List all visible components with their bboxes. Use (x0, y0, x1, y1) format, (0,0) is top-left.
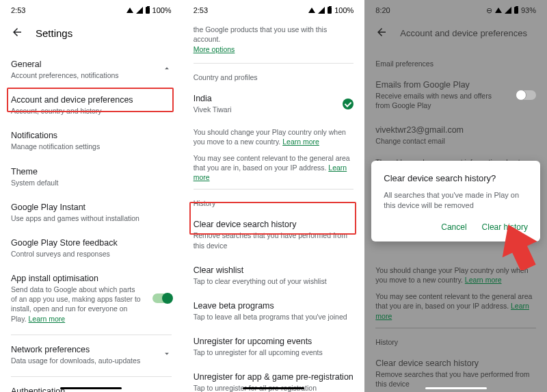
toggle-switch[interactable] (517, 90, 536, 100)
account-desc-text: the Google products that you use with th… (194, 25, 354, 44)
section-history: History (194, 192, 354, 213)
learn-more-link[interactable]: Learn more (465, 276, 502, 284)
header: Account and device preferences (364, 16, 547, 53)
item-title: App install optimisation (11, 274, 141, 283)
item-subtitle: Data usage for downloads, auto-updates (11, 356, 140, 365)
divider (11, 335, 172, 335)
status-time: 2:53 (194, 6, 208, 14)
battery-percent: 100% (334, 6, 353, 14)
status-bar: 2:53 100% (0, 0, 183, 16)
section-country-profiles: Country and profiles (194, 66, 354, 87)
ip-note: You may see content relevant to the gene… (375, 291, 536, 321)
item-subtitle: System default (11, 178, 172, 187)
dnd-icon: ⊖ (486, 6, 492, 15)
item-subtitle: Receive emails with news and offers from… (375, 91, 495, 110)
item-subtitle: Account, country and history (11, 106, 172, 116)
country-item[interactable]: India Vivek Tiwari (194, 87, 354, 122)
divider (194, 63, 354, 64)
item-title: Network preferences (11, 345, 140, 354)
profile-name: Vivek Tiwari (194, 105, 232, 114)
chevron-down-icon (162, 349, 172, 361)
email-address: vivektwr23@gmail.com (375, 125, 536, 135)
item-subtitle: Tap to unregister for all upcoming event… (194, 348, 354, 357)
item-subtitle: Use apps and games without installation (11, 213, 172, 223)
toggle-switch[interactable] (152, 293, 172, 303)
item-title: Emails from Google Play (375, 80, 495, 90)
status-time: 8:20 (375, 6, 390, 14)
battery-percent: 93% (521, 6, 536, 14)
signal-icon (136, 7, 143, 14)
item-title: Unregister for app & game pre-registrati… (194, 372, 354, 382)
divider (375, 328, 536, 328)
leave-beta[interactable]: Leave beta programs Tap to leave all bet… (194, 294, 354, 330)
account-device-prefs-screen: 2:53 100% the Google products that you u… (183, 0, 365, 392)
country-name: India (194, 94, 232, 103)
setting-network-prefs[interactable]: Network preferences Data usage for downl… (11, 338, 172, 374)
setting-install-optimisation[interactable]: App install optimisation Send data to Go… (11, 267, 172, 332)
clear-history-dialog-screen: 8:20 ⊖ 93% Account and device preference… (364, 0, 547, 392)
dialog-title: Clear device search history? (384, 173, 528, 183)
learn-more-link[interactable]: Learn more (282, 138, 319, 146)
clear-search-history[interactable]: Clear device search history Remove searc… (375, 352, 536, 392)
item-title: Unregister for upcoming events (194, 337, 354, 346)
ip-note: You may see content relevant to the gene… (194, 153, 354, 183)
battery-icon (328, 7, 332, 14)
divider (11, 376, 172, 377)
check-icon (343, 99, 353, 109)
status-bar: 2:53 100% (183, 0, 365, 16)
dialog-body: All searches that you've made in Play on… (384, 190, 528, 211)
clear-wishlist[interactable]: Clear wishlist Tap to clear everything o… (194, 259, 354, 294)
item-title: Google Play Instant (11, 202, 172, 212)
item-subtitle: Remove searches that you have performed … (375, 369, 536, 389)
cancel-button[interactable]: Cancel (441, 222, 466, 232)
setting-authentication[interactable]: Authentication Fingerprint, purchase aut… (11, 380, 172, 392)
signal-icon (505, 7, 511, 14)
item-title: Leave beta programs (194, 301, 354, 311)
setting-play-instant[interactable]: Google Play Instant Use apps and games w… (11, 196, 172, 231)
setting-notifications[interactable]: Notifications Manage notification settin… (11, 124, 172, 159)
header: Settings (0, 16, 183, 53)
section-email-prefs: Email preferences (375, 53, 536, 73)
item-subtitle: Tap to clear everything out of your wish… (194, 276, 354, 286)
status-bar: 8:20 ⊖ 93% (364, 0, 547, 16)
page-title: Settings (36, 27, 72, 39)
more-options-link[interactable]: More options (194, 45, 354, 53)
unregister-events[interactable]: Unregister for upcoming events Tap to un… (194, 330, 354, 365)
setting-theme[interactable]: Theme System default (11, 160, 172, 196)
item-subtitle: Tap to leave all beta programs that you'… (194, 312, 354, 322)
divider (194, 189, 354, 190)
wifi-icon (495, 8, 502, 13)
wifi-icon (126, 8, 133, 13)
chevron-up-icon (162, 64, 172, 76)
contact-email[interactable]: vivektwr23@gmail.com Change contact emai… (375, 118, 536, 154)
item-title: Account and device preferences (11, 95, 172, 105)
setting-account-device-prefs[interactable]: Account and device preferences Account, … (11, 88, 172, 124)
battery-icon (514, 7, 518, 14)
item-subtitle: Control surveys and responses (11, 249, 172, 259)
battery-icon (146, 7, 150, 14)
item-title: General (11, 60, 119, 69)
item-title: Clear wishlist (194, 265, 354, 275)
nav-handle[interactable] (425, 387, 487, 389)
item-title: Clear device search history (194, 220, 354, 229)
item-subtitle: Change contact email (375, 136, 536, 146)
battery-percent: 100% (152, 6, 172, 14)
clear-search-history[interactable]: Clear device search history Remove searc… (194, 213, 354, 258)
learn-more-link[interactable]: Learn more (29, 315, 66, 323)
item-subtitle: Manage notification settings (11, 142, 172, 151)
item-subtitle: Send data to Google about which parts of… (11, 285, 141, 324)
page-title: Account and device preferences (400, 28, 527, 38)
signal-icon (318, 7, 325, 14)
setting-general[interactable]: General Account preferences, notificatio… (11, 53, 172, 88)
back-arrow-icon[interactable] (11, 26, 23, 40)
emails-from-play[interactable]: Emails from Google Play Receive emails w… (375, 73, 536, 118)
status-time: 2:53 (11, 6, 25, 14)
item-title: Google Play Store feedback (11, 238, 172, 248)
back-arrow-icon[interactable] (375, 26, 388, 40)
nav-handle[interactable] (60, 387, 122, 389)
nav-handle[interactable] (243, 387, 304, 389)
callout-arrow-icon (498, 222, 539, 270)
setting-play-feedback[interactable]: Google Play Store feedback Control surve… (11, 231, 172, 267)
item-title: Notifications (11, 131, 172, 140)
item-title: Clear device search history (375, 358, 536, 368)
